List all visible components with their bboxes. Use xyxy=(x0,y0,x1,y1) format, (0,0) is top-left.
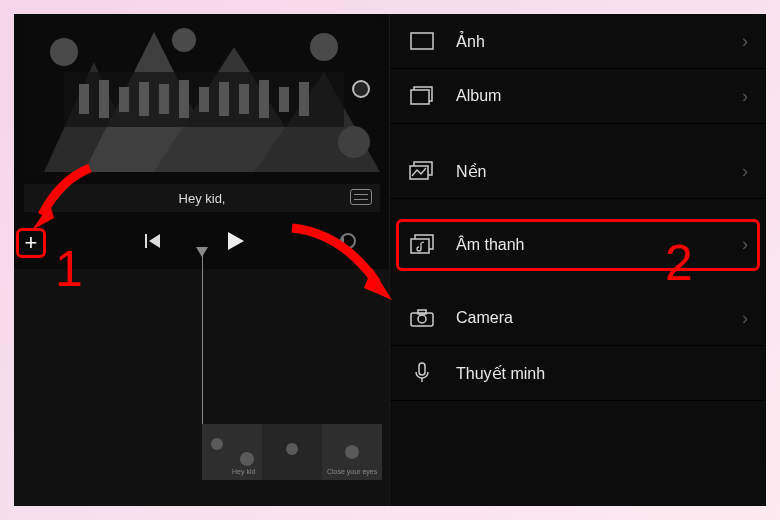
menu-label: Ảnh xyxy=(456,32,742,51)
svg-point-45 xyxy=(418,315,426,323)
add-media-button[interactable]: + xyxy=(16,228,46,258)
svg-rect-11 xyxy=(179,80,189,118)
svg-rect-15 xyxy=(259,80,269,118)
app-frame: Hey kid, + xyxy=(14,14,766,506)
keyboard-icon[interactable] xyxy=(350,189,372,205)
timeline[interactable]: Hey kid Close your eyes xyxy=(14,269,389,506)
media-menu: Ảnh › Album › Nền › Âm thanh › xyxy=(390,14,766,506)
menu-item-album[interactable]: Album › xyxy=(390,69,766,124)
svg-rect-13 xyxy=(219,82,229,116)
album-icon xyxy=(408,85,436,107)
editor-pane: Hey kid, + xyxy=(14,14,390,506)
svg-point-20 xyxy=(310,33,338,61)
menu-label: Nền xyxy=(456,162,742,181)
svg-point-32 xyxy=(286,443,298,455)
audio-icon xyxy=(408,234,436,256)
menu-item-image[interactable]: Ảnh › xyxy=(390,14,766,69)
menu-label: Thuyết minh xyxy=(456,364,748,383)
svg-rect-9 xyxy=(139,82,149,116)
menu-label: Album xyxy=(456,87,742,105)
svg-rect-14 xyxy=(239,84,249,114)
svg-marker-24 xyxy=(228,232,244,250)
skip-back-button[interactable] xyxy=(144,232,162,254)
svg-point-31 xyxy=(240,452,254,466)
menu-item-background[interactable]: Nền › xyxy=(390,144,766,199)
svg-point-33 xyxy=(345,445,359,459)
svg-point-30 xyxy=(211,438,223,450)
camera-icon xyxy=(408,307,436,329)
svg-text:Close your eyes: Close your eyes xyxy=(327,468,378,476)
svg-text:Hey kid: Hey kid xyxy=(232,468,255,476)
background-icon xyxy=(408,160,436,182)
svg-rect-10 xyxy=(159,84,169,114)
chevron-right-icon: › xyxy=(742,308,748,329)
svg-marker-23 xyxy=(149,234,160,248)
chevron-right-icon: › xyxy=(742,161,748,182)
svg-rect-22 xyxy=(145,234,147,248)
svg-rect-12 xyxy=(199,87,209,112)
video-clip[interactable]: Hey kid Close your eyes xyxy=(202,424,382,480)
svg-point-21 xyxy=(338,126,370,158)
menu-item-audio[interactable]: Âm thanh › xyxy=(396,219,760,271)
svg-rect-38 xyxy=(411,90,429,104)
caption-bar[interactable]: Hey kid, xyxy=(24,184,380,212)
undo-button[interactable] xyxy=(337,232,359,254)
caption-text: Hey kid, xyxy=(179,191,226,206)
play-button[interactable] xyxy=(224,230,246,256)
svg-point-18 xyxy=(50,38,78,66)
svg-rect-36 xyxy=(411,33,433,49)
svg-point-19 xyxy=(172,28,196,52)
chevron-right-icon: › xyxy=(742,31,748,52)
menu-label: Camera xyxy=(456,309,742,327)
svg-rect-7 xyxy=(99,80,109,118)
svg-rect-46 xyxy=(419,363,425,375)
svg-rect-44 xyxy=(418,310,426,314)
image-icon xyxy=(408,30,436,52)
menu-label: Âm thanh xyxy=(456,236,742,254)
record-indicator xyxy=(352,80,370,98)
chevron-right-icon: › xyxy=(742,86,748,107)
svg-rect-17 xyxy=(299,82,309,116)
svg-rect-6 xyxy=(79,84,89,114)
svg-rect-16 xyxy=(279,87,289,112)
menu-item-voiceover[interactable]: Thuyết minh xyxy=(390,346,766,401)
voiceover-icon xyxy=(408,362,436,384)
svg-rect-8 xyxy=(119,87,129,112)
chevron-right-icon: › xyxy=(742,234,748,255)
video-preview[interactable] xyxy=(24,22,380,172)
menu-item-camera[interactable]: Camera › xyxy=(390,291,766,346)
